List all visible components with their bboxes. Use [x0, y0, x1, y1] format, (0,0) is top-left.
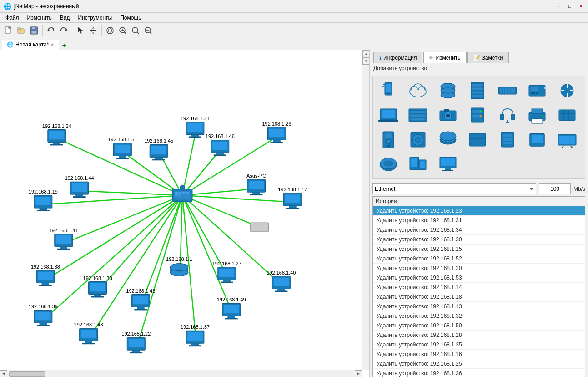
device-switch[interactable] — [495, 79, 520, 102]
device-firewall[interactable] — [554, 104, 580, 127]
node-n5[interactable]: 192.168.1.46 — [206, 133, 235, 156]
history-item[interactable]: Удалить устройство: 192.168.1.32 — [373, 311, 585, 321]
history-item[interactable]: Удалить устройство: 192.168.1.31 — [373, 216, 585, 225]
device-unknown-box[interactable] — [465, 128, 490, 151]
node-n19[interactable]: 192.168.1.49 — [217, 297, 246, 319]
zoom-in-button[interactable] — [117, 25, 129, 36]
device-printer[interactable] — [524, 104, 550, 127]
node-n10[interactable]: 192.168.1.44 — [65, 175, 94, 198]
device-voip-phone[interactable]: IP — [524, 79, 550, 102]
device-tower[interactable] — [376, 128, 401, 151]
zoom-out-button[interactable] — [142, 25, 154, 36]
node-n17[interactable]: 192.168.1.27 — [212, 261, 241, 283]
network-map[interactable]: 192.168.1.24 192.168.1.51 192.168.1.45 — [0, 50, 369, 377]
minimize-button[interactable]: ─ — [555, 3, 563, 10]
device-disk[interactable] — [376, 153, 401, 176]
menu-tools[interactable]: Инструменты — [74, 14, 116, 22]
history-item[interactable]: Удалить устройство: 192.168.1.50 — [373, 321, 585, 331]
move-button[interactable] — [87, 25, 99, 36]
history-item[interactable]: Удалить устройство: 192.168.1.35 — [373, 340, 585, 350]
tab-notes[interactable]: 📝 Заметки — [467, 52, 509, 63]
maximize-button[interactable]: □ — [566, 3, 573, 10]
node-unknown[interactable] — [251, 223, 269, 232]
node-n20[interactable]: 192.168.1.37 — [181, 324, 210, 346]
menu-view[interactable]: Вид — [56, 14, 74, 22]
history-item[interactable]: Удалить устройство: 192.168.1.25 — [373, 359, 585, 369]
node-n18[interactable]: 192.168.1.40 — [266, 270, 296, 292]
tab-information[interactable]: ℹ Информация — [373, 52, 422, 63]
zoom-reset-button[interactable] — [130, 25, 141, 36]
title-bar: 🌐 jNetMap - несохраненный ─ □ ✕ — [0, 0, 588, 13]
history-item[interactable]: Удалить устройство: 192.168.1.23 — [373, 206, 585, 216]
history-item[interactable]: Удалить устройство: 192.168.1.13 — [373, 302, 585, 311]
open-button[interactable] — [15, 25, 27, 36]
node-n22[interactable]: 192.168.1.48 — [74, 322, 103, 344]
new-button[interactable] — [3, 25, 15, 36]
node-router2[interactable]: 192.168.1.1 — [166, 256, 192, 276]
history-item[interactable]: Удалить устройство: 192.168.1.36 — [373, 369, 585, 377]
device-router[interactable] — [435, 128, 461, 151]
scroll-up-button[interactable]: ▲ — [362, 50, 370, 57]
node-n11[interactable]: 192.168.1.19 — [29, 189, 58, 211]
device-phone[interactable] — [376, 79, 401, 102]
scroll-left-button[interactable]: ◀ — [0, 370, 7, 377]
device-laptop[interactable] — [376, 104, 401, 127]
scroll-down-button[interactable]: ▼ — [362, 57, 370, 65]
map-panel[interactable]: 192.168.1.24 192.168.1.51 192.168.1.45 — [0, 50, 370, 377]
redo-button[interactable] — [58, 25, 70, 36]
history-item[interactable]: Удалить устройство: 192.168.1.30 — [373, 235, 585, 245]
device-workstation[interactable] — [405, 153, 431, 176]
device-tv[interactable] — [554, 128, 580, 151]
close-button[interactable]: ✕ — [577, 3, 584, 10]
history-item[interactable]: Удалить устройство: 192.168.1.14 — [373, 283, 585, 292]
device-pc[interactable] — [435, 153, 461, 176]
history-item[interactable]: Удалить устройство: 192.168.1.53 — [373, 273, 585, 283]
select-button[interactable] — [75, 25, 86, 36]
node-n13[interactable]: 192.168.1.38 — [31, 264, 60, 286]
device-generic2[interactable] — [524, 128, 550, 151]
device-nas[interactable] — [405, 128, 431, 151]
node-n9[interactable]: 192.168.1.17 — [278, 187, 307, 209]
history-item[interactable]: Удалить устройство: 192.168.1.34 — [373, 225, 585, 235]
menu-help[interactable]: Помощь — [116, 14, 145, 22]
horizontal-scrollbar[interactable]: ◀ ▶ — [0, 370, 362, 377]
device-pdu[interactable] — [495, 128, 520, 151]
undo-button[interactable] — [45, 25, 57, 36]
menu-edit[interactable]: Изменить — [24, 14, 55, 22]
ethernet-select[interactable]: EthernetFastEthernetGigabitEthernetWiFiS… — [372, 183, 536, 194]
node-asus[interactable]: Asus-PC — [246, 173, 266, 195]
scroll-thumb[interactable] — [9, 371, 45, 377]
add-tab-button[interactable]: + — [62, 41, 66, 50]
menu-file[interactable]: Файл — [2, 14, 23, 22]
history-item[interactable]: Удалить устройство: 192.168.1.28 — [373, 331, 585, 340]
speed-input[interactable] — [539, 183, 571, 194]
node-n6[interactable]: 192.168.1.26 — [262, 121, 291, 143]
device-server-rack[interactable] — [465, 79, 490, 102]
save-button[interactable] — [28, 25, 40, 36]
device-camera[interactable] — [435, 104, 461, 127]
device-rack-unit[interactable] — [405, 104, 431, 127]
tab-edit[interactable]: ✏ Изменить — [423, 52, 466, 63]
history-item[interactable]: Удалить устройство: 192.168.1.15 — [373, 245, 585, 254]
device-hub[interactable] — [554, 79, 580, 102]
device-server[interactable] — [465, 104, 490, 127]
scan-button[interactable] — [104, 25, 116, 36]
history-item[interactable]: Удалить устройство: 192.168.1.20 — [373, 264, 585, 273]
node-n1[interactable]: 192.168.1.24 — [42, 123, 71, 146]
node-n3[interactable]: 192.168.1.45 — [144, 138, 173, 160]
tab-close-button[interactable]: ✕ — [50, 42, 54, 47]
device-headset[interactable] — [495, 104, 520, 127]
device-cloud[interactable] — [405, 79, 431, 102]
node-n2[interactable]: 192.168.1.51 — [108, 137, 137, 159]
node-n14[interactable]: 192.168.1.33 — [83, 275, 112, 298]
history-item[interactable]: Удалить устройство: 192.168.1.18 — [373, 292, 585, 302]
node-n23[interactable]: 192.168.1.39 — [29, 304, 58, 326]
history-item[interactable]: Удалить устройство: 192.168.1.52 — [373, 254, 585, 264]
device-database[interactable] — [435, 79, 461, 102]
history-item[interactable]: Удалить устройство: 192.168.1.16 — [373, 350, 585, 359]
node-n21[interactable]: 192.168.1.22 — [121, 331, 151, 353]
map-tab[interactable]: 🌐 Новая карта* ✕ — [2, 40, 59, 50]
vertical-scrollbar[interactable]: ▲ ▼ — [362, 50, 369, 370]
scroll-right-button[interactable]: ▶ — [355, 370, 362, 377]
history-list[interactable]: Удалить устройство: 192.168.1.23Удалить … — [373, 206, 585, 377]
